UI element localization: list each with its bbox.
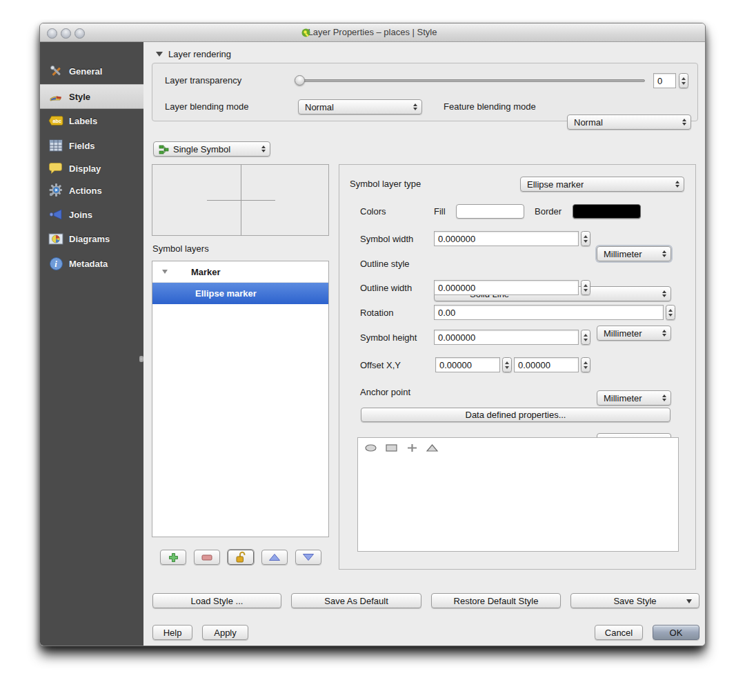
add-symbol-layer-button[interactable]: [160, 550, 186, 565]
sidebar-item-label: Style: [69, 92, 90, 102]
sidebar-item-actions[interactable]: Actions: [40, 179, 143, 202]
sidebar-item-labels[interactable]: abc Labels: [40, 109, 143, 132]
sidebar-item-diagrams[interactable]: Diagrams: [40, 227, 143, 250]
symbol-width-unit-popup[interactable]: Millimeter: [597, 246, 671, 261]
offset-y-field[interactable]: 0.00000: [514, 357, 579, 372]
tree-expand-icon[interactable]: [162, 270, 168, 274]
sidebar-item-label: Fields: [69, 141, 95, 151]
ellipse-shape-option[interactable]: [364, 443, 377, 452]
offset-x-field[interactable]: 0.00000: [435, 357, 500, 372]
offset-x-stepper[interactable]: [502, 357, 512, 372]
table-icon: [48, 138, 63, 153]
paintbrush-icon: [48, 89, 63, 104]
title-bar[interactable]: Layer Properties – places | Style: [40, 23, 705, 42]
layer-rendering-header: Layer rendering: [168, 49, 231, 59]
rotation-field[interactable]: 0.00: [434, 305, 664, 320]
border-color-button[interactable]: [573, 204, 641, 219]
layer-transparency-label: Layer transparency: [165, 75, 241, 86]
sidebar-item-joins[interactable]: Joins: [40, 203, 143, 226]
symbol-layers-tree: Marker Ellipse marker: [152, 261, 329, 537]
outline-style-label: Outline style: [360, 259, 410, 269]
sidebar: General Style abc Labels: [40, 42, 143, 646]
feature-blending-popup[interactable]: Normal: [567, 114, 691, 130]
help-button[interactable]: Help: [152, 625, 192, 640]
collapse-triangle-icon[interactable]: [156, 52, 163, 57]
window-title: Layer Properties – places | Style: [40, 27, 705, 37]
apply-button[interactable]: Apply: [202, 625, 248, 640]
symbol-layer-properties-panel: Symbol layer type Ellipse marker Colors …: [339, 164, 696, 570]
offset-y-stepper[interactable]: [581, 357, 590, 372]
outline-width-unit-popup[interactable]: Millimeter: [597, 326, 671, 341]
sidebar-item-label: Display: [69, 163, 101, 174]
rotation-label: Rotation: [360, 308, 393, 318]
outline-width-field[interactable]: 0.000000: [434, 280, 579, 295]
sidebar-item-metadata[interactable]: i Metadata: [40, 252, 143, 275]
sidebar-item-fields[interactable]: Fields: [40, 134, 143, 157]
load-style-button[interactable]: Load Style ...: [152, 593, 281, 608]
transparency-stepper[interactable]: [679, 73, 688, 88]
symbol-layers-label: Symbol layers: [152, 243, 209, 254]
symbol-preview: [152, 164, 329, 236]
symbol-width-label: Symbol width: [360, 234, 413, 244]
outline-width-stepper[interactable]: [581, 280, 590, 295]
single-symbol-icon: [159, 144, 170, 155]
tree-selected-label: Ellipse marker: [195, 288, 257, 299]
preview-horizontal-line: [207, 200, 275, 201]
abc-tag-icon: abc: [48, 113, 63, 128]
symbol-height-field[interactable]: 0.000000: [434, 330, 579, 345]
ok-button[interactable]: OK: [653, 625, 699, 640]
plus-icon: [168, 552, 179, 563]
sidebar-item-display[interactable]: Display: [40, 157, 143, 180]
symbol-height-stepper[interactable]: [581, 330, 590, 345]
layer-rendering-group: Layer transparency 0 Layer blending mode…: [152, 63, 698, 121]
fill-color-button[interactable]: [456, 204, 524, 219]
speech-bubble-icon: [48, 161, 63, 176]
data-defined-properties-button[interactable]: Data defined properties...: [361, 408, 670, 422]
save-style-button[interactable]: Save Style: [570, 593, 699, 608]
symbol-height-unit-popup[interactable]: Millimeter: [597, 390, 671, 406]
layer-blending-label: Layer blending mode: [165, 101, 248, 112]
symbol-width-field[interactable]: 0.000000: [434, 231, 579, 246]
renderer-popup[interactable]: Single Symbol: [153, 141, 270, 157]
svg-text:i: i: [54, 259, 57, 269]
transparency-value-field[interactable]: 0: [653, 73, 676, 88]
rotation-stepper[interactable]: [666, 305, 675, 320]
transparency-slider-track[interactable]: [298, 79, 645, 82]
join-arrow-icon: [48, 207, 63, 222]
offset-label: Offset X,Y: [360, 360, 401, 370]
lock-symbol-layer-button[interactable]: [228, 550, 254, 565]
border-label: Border: [535, 206, 562, 217]
cross-shape-option[interactable]: [406, 443, 419, 452]
layer-blending-popup[interactable]: Normal: [298, 99, 422, 114]
lock-open-icon: [235, 551, 247, 563]
down-triangle-icon: [302, 553, 315, 561]
dropdown-arrow-icon: [686, 599, 692, 603]
move-layer-up-button[interactable]: [261, 550, 288, 565]
up-triangle-icon: [268, 553, 281, 561]
feature-blending-label: Feature blending mode: [444, 101, 536, 112]
rectangle-shape-option[interactable]: [385, 443, 398, 452]
restore-default-style-button[interactable]: Restore Default Style: [431, 593, 561, 608]
sidebar-item-label: Actions: [69, 186, 102, 196]
save-as-default-button[interactable]: Save As Default: [291, 593, 421, 608]
minus-icon: [201, 554, 212, 561]
sidebar-item-style[interactable]: Style: [40, 84, 143, 109]
tree-group-row[interactable]: Marker: [152, 261, 328, 283]
symbol-layer-type-popup[interactable]: Ellipse marker: [520, 177, 684, 192]
tree-selected-row[interactable]: Ellipse marker: [152, 283, 328, 304]
anchor-point-label: Anchor point: [360, 387, 410, 397]
tools-icon: [48, 63, 63, 79]
move-layer-down-button[interactable]: [295, 550, 321, 565]
triangle-shape-option[interactable]: [426, 443, 439, 452]
cancel-button[interactable]: Cancel: [595, 625, 643, 640]
symbol-width-stepper[interactable]: [581, 231, 590, 246]
sidebar-item-general[interactable]: General: [40, 59, 143, 83]
outline-width-label: Outline width: [360, 283, 412, 293]
chart-icon: [48, 231, 63, 246]
sidebar-item-label: Diagrams: [69, 234, 110, 244]
transparency-slider-handle[interactable]: [295, 75, 305, 86]
tree-group-label: Marker: [191, 267, 221, 277]
info-icon: i: [48, 256, 63, 271]
sidebar-item-label: Joins: [69, 210, 92, 220]
remove-symbol-layer-button[interactable]: [194, 550, 220, 565]
